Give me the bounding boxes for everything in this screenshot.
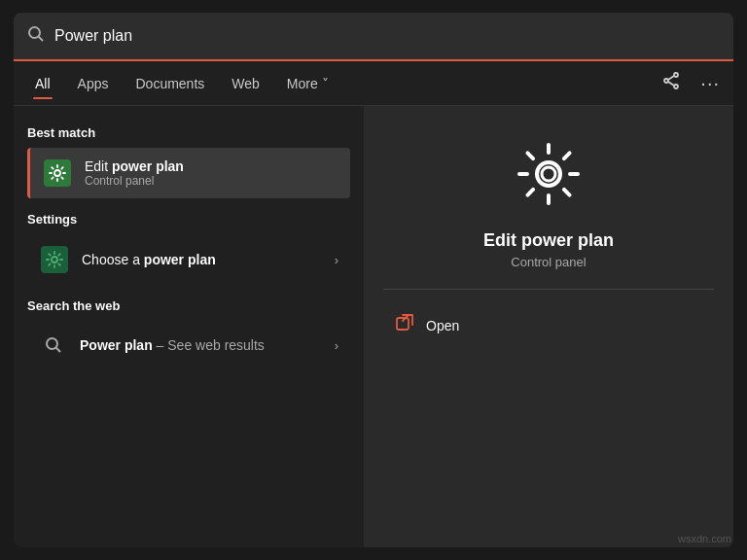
- search-web-header: Search the web: [27, 298, 350, 313]
- svg-line-6: [668, 82, 674, 86]
- gear-icon-large: [515, 140, 583, 208]
- svg-line-12: [56, 348, 61, 353]
- web-search-item[interactable]: Power plan – See web results ›: [27, 321, 350, 369]
- chevron-right-icon: ›: [335, 253, 338, 267]
- svg-line-5: [668, 76, 674, 80]
- svg-point-11: [47, 338, 57, 349]
- app-icon-large: [510, 135, 587, 213]
- open-label: Open: [426, 318, 459, 333]
- main-content: Best match Edit power plan: [14, 106, 733, 547]
- best-match-text: Edit power plan Control panel: [85, 158, 184, 188]
- tab-documents[interactable]: Documents: [124, 70, 216, 97]
- settings-icon: [39, 244, 70, 275]
- best-match-header: Best match: [27, 125, 350, 140]
- watermark: wsxdn.com: [678, 533, 731, 544]
- search-bar[interactable]: Power plan: [14, 13, 733, 61]
- svg-point-14: [542, 167, 555, 181]
- nav-right: ···: [658, 67, 724, 99]
- right-panel-subtitle: Control panel: [511, 255, 586, 269]
- search-icon: [27, 25, 45, 47]
- tab-apps[interactable]: Apps: [66, 70, 121, 97]
- nav-tabs: All Apps Documents Web More ˅: [14, 61, 733, 106]
- web-item-left: Power plan – See web results: [39, 331, 265, 360]
- svg-line-1: [39, 37, 44, 42]
- app-icon-small: [42, 158, 73, 189]
- svg-point-0: [29, 27, 40, 38]
- web-item-title: Power plan – See web results: [80, 337, 265, 353]
- left-panel: Best match Edit power plan: [14, 106, 364, 547]
- best-match-item[interactable]: Edit power plan Control panel: [27, 148, 350, 198]
- right-panel-title: Edit power plan: [483, 230, 614, 251]
- search-input[interactable]: Power plan: [54, 27, 720, 45]
- svg-rect-9: [41, 246, 68, 273]
- right-panel: Edit power plan Control panel Open: [364, 106, 733, 547]
- svg-point-2: [674, 73, 678, 77]
- tab-web[interactable]: Web: [220, 70, 271, 97]
- svg-rect-7: [44, 159, 71, 187]
- best-match-title: Edit power plan: [85, 158, 184, 174]
- best-match-subtitle: Control panel: [85, 174, 184, 188]
- web-search-icon: [39, 331, 68, 360]
- svg-point-3: [664, 79, 668, 83]
- tab-all[interactable]: All: [23, 70, 62, 97]
- settings-item-left: Choose a power plan: [39, 244, 216, 275]
- settings-header: Settings: [27, 212, 350, 227]
- share-icon[interactable]: [658, 67, 685, 99]
- svg-point-4: [674, 85, 678, 88]
- tab-more[interactable]: More ˅: [275, 70, 340, 97]
- search-window: Power plan All Apps Documents Web More ˅: [14, 13, 733, 547]
- settings-item[interactable]: Choose a power plan ›: [27, 234, 350, 285]
- nav-left: All Apps Documents Web More ˅: [23, 70, 340, 97]
- divider: [383, 289, 714, 290]
- web-chevron-icon: ›: [335, 338, 338, 353]
- open-button[interactable]: Open: [383, 305, 714, 345]
- settings-item-title: Choose a power plan: [82, 252, 216, 267]
- more-options-icon[interactable]: ···: [696, 68, 724, 98]
- open-icon: [395, 313, 414, 337]
